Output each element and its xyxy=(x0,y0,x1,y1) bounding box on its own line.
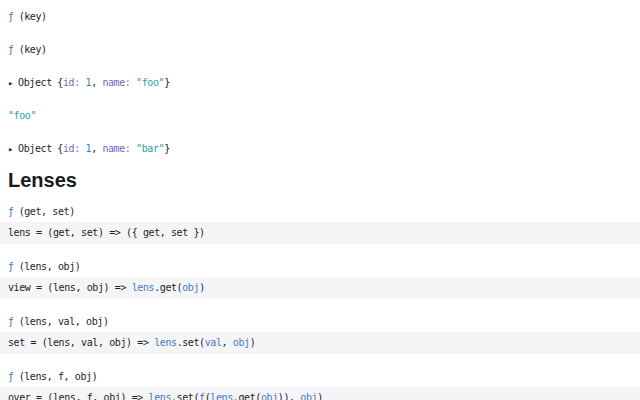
code-token: .get( xyxy=(154,282,182,293)
code-variable: obj xyxy=(300,392,317,400)
code-variable: obj xyxy=(261,392,278,400)
function-glyph-icon: ƒ xyxy=(8,371,14,382)
code-variable: val xyxy=(205,337,222,348)
output-function-signature: ƒ(get, set) xyxy=(8,205,640,219)
expand-triangle-icon[interactable]: ▸ xyxy=(8,78,13,88)
expand-triangle-icon[interactable]: ▸ xyxy=(8,144,13,154)
code-token: .get( xyxy=(233,392,261,400)
code-token: , xyxy=(222,337,233,348)
code-cell: view = (lens, obj) => lens.get(obj) xyxy=(0,277,640,299)
notebook-page: ƒ(key) ƒ(key) ▸Object {id: 1, name: "foo… xyxy=(0,0,640,400)
object-string-value: "foo" xyxy=(130,77,164,88)
code-variable: lens xyxy=(132,282,154,293)
object-number-value: 1 xyxy=(80,143,91,154)
code-variable: lens xyxy=(210,392,232,400)
object-string-value: "bar" xyxy=(130,143,164,154)
code-cell: lens = (get, set) => ({ get, set }) xyxy=(0,222,640,244)
output-function-signature: ƒ(lens, val, obj) xyxy=(8,315,640,329)
function-args: (lens, obj) xyxy=(19,261,81,272)
object-separator: , xyxy=(91,143,102,154)
object-close-brace: } xyxy=(164,77,170,88)
code-token: lens = (get, set) => ({ get, set }) xyxy=(8,227,205,238)
code-variable: obj xyxy=(182,282,199,293)
function-args: (key) xyxy=(19,11,47,22)
object-number-value: 1 xyxy=(80,77,91,88)
section-heading: Lenses xyxy=(8,169,640,191)
function-glyph-icon: ƒ xyxy=(8,316,14,327)
function-glyph-icon: ƒ xyxy=(8,261,14,272)
object-key: name: xyxy=(102,143,130,154)
code-token: ) xyxy=(317,392,323,400)
code-token: set = (lens, val, obj) => xyxy=(8,337,154,348)
output-object-preview[interactable]: ▸Object {id: 1, name: "foo"} xyxy=(8,76,640,90)
code-line: set = (lens, val, obj) => lens.set(val, … xyxy=(0,332,640,354)
function-glyph-icon: ƒ xyxy=(8,206,14,217)
code-variable: lens xyxy=(154,337,176,348)
object-prefix: Object { xyxy=(18,143,63,154)
object-key: id: xyxy=(63,143,80,154)
object-prefix: Object { xyxy=(18,77,63,88)
function-glyph-icon: ƒ xyxy=(8,44,14,55)
function-glyph-icon: ƒ xyxy=(8,11,14,22)
function-args: (get, set) xyxy=(19,206,75,217)
object-separator: , xyxy=(91,77,102,88)
code-token: over = (lens, f, obj) => xyxy=(8,392,149,400)
output-function-signature: ƒ(key) xyxy=(8,43,640,57)
output-function-signature: ƒ(lens, obj) xyxy=(8,260,640,274)
output-string: "foo" xyxy=(8,109,640,123)
string-value: "foo" xyxy=(8,110,36,121)
output-function-signature: ƒ(lens, f, obj) xyxy=(8,370,640,384)
function-args: (lens, val, obj) xyxy=(19,316,109,327)
code-cell: set = (lens, val, obj) => lens.set(val, … xyxy=(0,332,640,354)
code-token: ) xyxy=(250,337,256,348)
code-token: )), xyxy=(278,392,300,400)
code-variable: lens xyxy=(149,392,171,400)
code-line: view = (lens, obj) => lens.get(obj) xyxy=(0,277,640,299)
function-args: (key) xyxy=(19,44,47,55)
object-close-brace: } xyxy=(164,143,170,154)
code-token: .set( xyxy=(171,392,199,400)
code-token: .set( xyxy=(177,337,205,348)
code-token: ) xyxy=(199,282,205,293)
code-variable: obj xyxy=(233,337,250,348)
code-cell: over = (lens, f, obj) => lens.set(f(lens… xyxy=(0,387,640,400)
code-token: view = (lens, obj) => xyxy=(8,282,132,293)
code-line: lens = (get, set) => ({ get, set }) xyxy=(0,222,640,244)
code-line: over = (lens, f, obj) => lens.set(f(lens… xyxy=(0,387,640,400)
function-args: (lens, f, obj) xyxy=(19,371,98,382)
object-key: id: xyxy=(63,77,80,88)
object-key: name: xyxy=(102,77,130,88)
output-object-preview[interactable]: ▸Object {id: 1, name: "bar"} xyxy=(8,142,640,156)
output-function-signature: ƒ(key) xyxy=(8,10,640,24)
